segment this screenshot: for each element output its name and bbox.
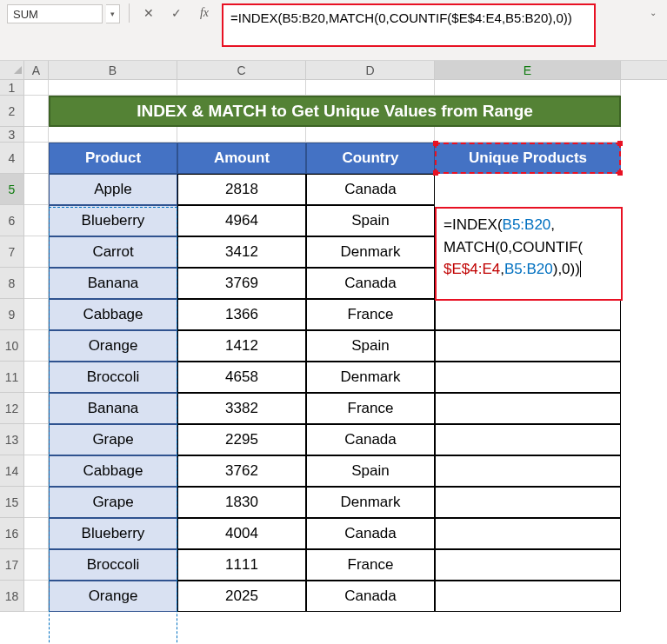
- row-header[interactable]: 16: [0, 518, 24, 549]
- cell[interactable]: [49, 127, 177, 143]
- cell[interactable]: [24, 549, 49, 581]
- cell-unique[interactable]: [435, 518, 621, 549]
- cell-amount[interactable]: 4658: [177, 362, 306, 393]
- cell[interactable]: [24, 455, 49, 487]
- cell-unique[interactable]: [435, 330, 621, 362]
- cell-country[interactable]: Spain: [306, 455, 435, 487]
- cell[interactable]: [24, 330, 49, 362]
- row-header[interactable]: 9: [0, 299, 24, 330]
- cell-country[interactable]: Canada: [306, 581, 435, 612]
- cell-unique[interactable]: [435, 362, 621, 393]
- cell-product[interactable]: Apple: [49, 174, 177, 205]
- row-header[interactable]: 10: [0, 330, 24, 362]
- cell-unique[interactable]: [435, 549, 621, 581]
- cell-country[interactable]: Spain: [306, 205, 435, 236]
- cell-amount[interactable]: 1412: [177, 330, 306, 362]
- cell-unique[interactable]: [435, 487, 621, 518]
- insert-function-button[interactable]: fx: [194, 3, 215, 23]
- cell[interactable]: [24, 362, 49, 393]
- cell-country[interactable]: France: [306, 393, 435, 424]
- cell-product[interactable]: Banana: [49, 268, 177, 299]
- row-header[interactable]: 6: [0, 205, 24, 236]
- cell-country[interactable]: Denmark: [306, 362, 435, 393]
- cell-amount[interactable]: 2295: [177, 424, 306, 455]
- cell-country[interactable]: Denmark: [306, 487, 435, 518]
- cell[interactable]: [24, 393, 49, 424]
- cell[interactable]: [306, 127, 435, 143]
- cell-amount[interactable]: 1830: [177, 487, 306, 518]
- cell-amount[interactable]: 2025: [177, 581, 306, 612]
- row-header[interactable]: 4: [0, 143, 24, 174]
- row-header[interactable]: 7: [0, 236, 24, 268]
- cell[interactable]: [24, 174, 49, 205]
- select-all-corner[interactable]: [0, 61, 24, 80]
- cell-product[interactable]: Blueberry: [49, 518, 177, 549]
- col-header-a[interactable]: A: [24, 61, 49, 79]
- cell-amount[interactable]: 4964: [177, 205, 306, 236]
- cell[interactable]: [24, 518, 49, 549]
- cell-product[interactable]: Blueberry: [49, 205, 177, 236]
- cell-unique[interactable]: [435, 455, 621, 487]
- col-header-c[interactable]: C: [177, 61, 306, 79]
- header-country[interactable]: Country: [306, 143, 435, 174]
- active-cell-e5-formula[interactable]: =INDEX(B5:B20, MATCH(0,COUNTIF( $E$4:E4,…: [435, 207, 623, 301]
- cell-unique[interactable]: [435, 424, 621, 455]
- cell-product[interactable]: Grape: [49, 487, 177, 518]
- col-header-d[interactable]: D: [306, 61, 435, 79]
- row-header[interactable]: 5: [0, 174, 24, 205]
- col-header-e[interactable]: E: [435, 61, 621, 79]
- cell-product[interactable]: Orange: [49, 330, 177, 362]
- cell-country[interactable]: Canada: [306, 424, 435, 455]
- expand-formula-bar-button[interactable]: ⌄: [646, 5, 660, 19]
- row-header[interactable]: 18: [0, 581, 24, 612]
- row-header[interactable]: 17: [0, 549, 24, 581]
- cell[interactable]: [177, 80, 306, 96]
- cell-country[interactable]: Canada: [306, 174, 435, 205]
- formula-bar-input[interactable]: =INDEX(B5:B20,MATCH(0,COUNTIF($E$4:E4,B5…: [222, 3, 596, 47]
- cell[interactable]: [435, 80, 621, 96]
- cell-country[interactable]: Denmark: [306, 236, 435, 268]
- cell-product[interactable]: Broccoli: [49, 549, 177, 581]
- name-box-dropdown[interactable]: ▾: [106, 4, 120, 23]
- cell-product[interactable]: Banana: [49, 393, 177, 424]
- cell[interactable]: [177, 127, 306, 143]
- cell[interactable]: [24, 268, 49, 299]
- cell-unique[interactable]: [435, 299, 621, 330]
- header-product[interactable]: Product: [49, 143, 177, 174]
- cell[interactable]: [24, 143, 49, 174]
- col-header-b[interactable]: B: [49, 61, 177, 79]
- cell[interactable]: [24, 236, 49, 268]
- cell[interactable]: [24, 127, 49, 143]
- cell[interactable]: [435, 127, 621, 143]
- row-header[interactable]: 1: [0, 80, 24, 96]
- cell-unique[interactable]: [435, 581, 621, 612]
- row-header[interactable]: 3: [0, 127, 24, 143]
- cell[interactable]: [24, 96, 49, 127]
- cell-product[interactable]: Broccoli: [49, 362, 177, 393]
- row-header[interactable]: 15: [0, 487, 24, 518]
- cell-amount[interactable]: 3769: [177, 268, 306, 299]
- header-unique-products[interactable]: Unique Products: [435, 143, 621, 174]
- cell[interactable]: [24, 80, 49, 96]
- cell[interactable]: [24, 487, 49, 518]
- row-header[interactable]: 12: [0, 393, 24, 424]
- row-header[interactable]: 14: [0, 455, 24, 487]
- cancel-formula-button[interactable]: ✕: [138, 3, 159, 23]
- cell[interactable]: [24, 205, 49, 236]
- cell-amount[interactable]: 3762: [177, 455, 306, 487]
- cell-country[interactable]: Canada: [306, 518, 435, 549]
- row-header[interactable]: 8: [0, 268, 24, 299]
- header-amount[interactable]: Amount: [177, 143, 306, 174]
- cell-product[interactable]: Carrot: [49, 236, 177, 268]
- cell[interactable]: [24, 424, 49, 455]
- enter-formula-button[interactable]: ✓: [166, 3, 187, 23]
- cell-product[interactable]: Grape: [49, 424, 177, 455]
- cell-country[interactable]: France: [306, 549, 435, 581]
- title-cell[interactable]: INDEX & MATCH to Get Unique Values from …: [49, 96, 621, 127]
- cell-country[interactable]: Canada: [306, 268, 435, 299]
- cell[interactable]: [49, 80, 177, 96]
- cell-product[interactable]: Orange: [49, 581, 177, 612]
- cell-amount[interactable]: 3382: [177, 393, 306, 424]
- cell-product[interactable]: Cabbage: [49, 299, 177, 330]
- cell-product[interactable]: Cabbage: [49, 455, 177, 487]
